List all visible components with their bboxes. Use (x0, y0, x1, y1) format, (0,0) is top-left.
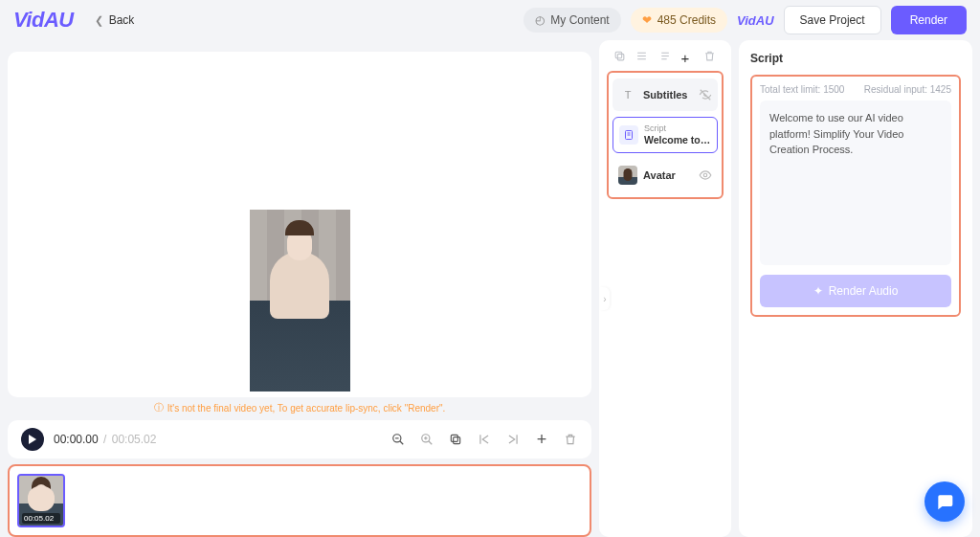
video-preview[interactable] (250, 210, 350, 392)
layer-subtitles-label: Subtitles (643, 89, 687, 101)
add-scene-icon[interactable]: + (534, 432, 549, 447)
svg-point-23 (703, 173, 707, 177)
skip-back-icon[interactable] (477, 432, 492, 447)
layer-align-icon[interactable] (635, 50, 649, 63)
script-textarea[interactable]: Welcome to use our AI video platform! Si… (760, 101, 951, 265)
header-right: ◴ My Content ❤ 485 Credits VidAU Save Pr… (523, 6, 967, 34)
time-separator: / (103, 433, 106, 446)
layer-avatar[interactable]: Avatar (612, 159, 718, 191)
svg-rect-12 (617, 54, 624, 60)
preview-card (8, 52, 591, 397)
layer-script[interactable]: Script Welcome to u… (612, 117, 718, 153)
layer-avatar-label: Avatar (643, 169, 676, 181)
hidden-icon[interactable] (699, 88, 712, 101)
render-audio-label: Render Audio (829, 284, 899, 298)
my-content-label: My Content (550, 13, 609, 27)
script-panel-title: Script (750, 52, 961, 65)
skip-forward-icon[interactable] (505, 432, 521, 447)
heart-icon: ❤ (642, 13, 652, 27)
layers-panel: + T Subtitles Script Welcome to u… Avata… (599, 40, 731, 537)
scene-thumbnail[interactable]: 00:05.02 (17, 474, 65, 527)
clock-icon: ◴ (535, 13, 545, 27)
render-notice: ⓘ It's not the final video yet, To get a… (8, 401, 591, 414)
main: ⓘ It's not the final video yet, To get a… (0, 40, 980, 537)
time-display: 00:00.00 / 00:05.02 (54, 433, 156, 446)
total-duration: 00:05.02 (112, 433, 157, 446)
layer-script-preview: Welcome to u… (644, 134, 711, 145)
chat-fab[interactable] (924, 481, 965, 522)
script-limits: Total text limit: 1500 Residual input: 1… (760, 84, 951, 95)
save-project-button[interactable]: Save Project (784, 6, 881, 34)
avatar-thumbnail-icon (618, 166, 637, 185)
credits-label: 485 Credits (657, 13, 716, 27)
visible-icon[interactable] (699, 168, 712, 182)
copy-icon[interactable] (448, 432, 463, 447)
layers-list: T Subtitles Script Welcome to u… Avatar (607, 71, 724, 199)
layer-add-icon[interactable]: + (681, 50, 695, 63)
panel-expand-handle[interactable]: › (600, 287, 610, 310)
layer-subtitles[interactable]: T Subtitles (612, 78, 718, 111)
layer-script-heading: Script (644, 124, 711, 133)
layer-delete-icon[interactable] (703, 50, 717, 63)
text-icon: T (618, 85, 637, 104)
info-icon: ⓘ (154, 401, 164, 414)
layer-list-icon[interactable] (658, 50, 672, 63)
layers-toolbar: + (607, 50, 724, 71)
notice-text: It's not the final video yet, To get acc… (167, 403, 446, 414)
svg-line-2 (400, 441, 404, 445)
chevron-left-icon: ❮ (95, 14, 103, 27)
playback-controls: 00:00.00 / 00:05.02 (21, 428, 156, 451)
script-card: Total text limit: 1500 Residual input: 1… (750, 75, 961, 317)
header: VidAU ❮ Back ◴ My Content ❤ 485 Credits … (0, 0, 980, 40)
timeline-tools: + (390, 432, 578, 447)
timeline-controls: 00:00.00 / 00:05.02 + (8, 420, 591, 459)
my-content-button[interactable]: ◴ My Content (523, 8, 620, 33)
current-time: 00:00.00 (54, 433, 99, 446)
svg-rect-9 (451, 435, 457, 441)
script-panel: Script Total text limit: 1500 Residual i… (739, 40, 972, 537)
delete-icon[interactable] (563, 432, 578, 447)
svg-line-5 (429, 441, 433, 445)
brand-badge: VidAU (737, 13, 774, 28)
zoom-in-icon[interactable] (419, 432, 434, 447)
svg-marker-0 (29, 435, 36, 444)
zoom-out-icon[interactable] (390, 432, 406, 447)
credits-button[interactable]: ❤ 485 Credits (631, 8, 727, 33)
play-button[interactable] (21, 428, 44, 451)
script-icon (619, 125, 638, 145)
svg-rect-8 (454, 437, 460, 444)
text-limit-total: Total text limit: 1500 (760, 84, 844, 95)
text-limit-residual: Residual input: 1425 (864, 84, 951, 95)
layer-copy-icon[interactable] (613, 50, 627, 63)
scene-thumbnails: 00:05.02 (8, 464, 591, 537)
header-left: VidAU ❮ Back (13, 8, 134, 33)
logo: VidAU (13, 8, 74, 33)
thumbnail-duration: 00:05.02 (22, 513, 60, 524)
render-button[interactable]: Render (891, 6, 967, 34)
svg-rect-13 (615, 52, 622, 58)
preview-area: ⓘ It's not the final video yet, To get a… (8, 40, 591, 414)
render-audio-button[interactable]: ✦ Render Audio (760, 275, 951, 307)
left-column: ⓘ It's not the final video yet, To get a… (8, 40, 591, 537)
sparkle-icon: ✦ (813, 284, 823, 298)
back-button[interactable]: ❮ Back (95, 13, 135, 27)
back-label: Back (109, 13, 135, 27)
